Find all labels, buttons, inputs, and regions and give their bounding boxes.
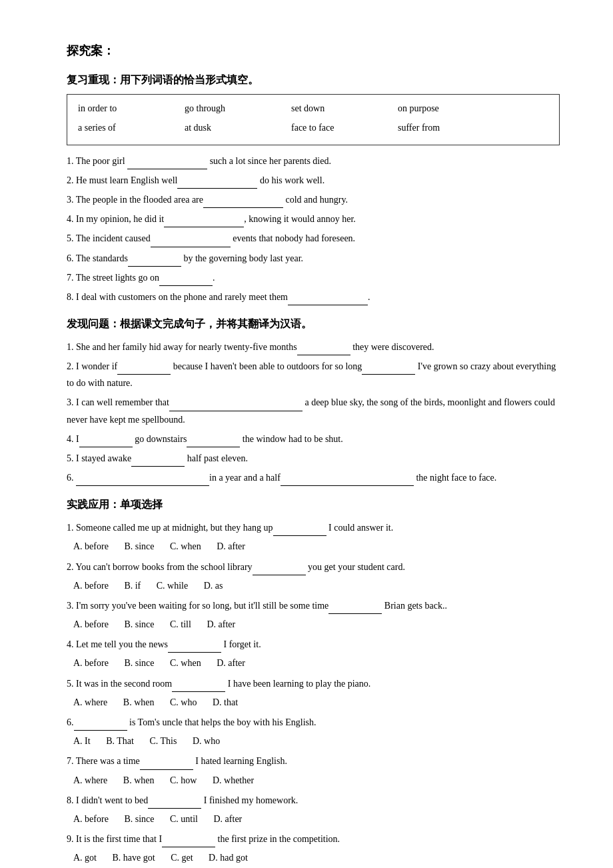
comp-q6: 6. in a year and a half the night face t… bbox=[67, 469, 560, 486]
mc-q9-b: B. have got bbox=[113, 849, 155, 866]
word-6: at dusk bbox=[185, 119, 265, 136]
mc-q9: 9. It is the first time that I the first… bbox=[67, 830, 560, 866]
blank-m4[interactable] bbox=[168, 635, 221, 653]
comp-q4: 4. I go downstairs the window had to be … bbox=[67, 430, 560, 447]
word-box: in order to go through set down on purpo… bbox=[67, 94, 560, 145]
fill-q4: 4. In my opinion, he did it , knowing it… bbox=[67, 210, 560, 227]
mc-q5-a: A. where bbox=[73, 694, 107, 711]
mc-q6-d: D. who bbox=[193, 733, 220, 749]
blank-c5-1[interactable] bbox=[131, 449, 185, 467]
mc-q2-d: D. as bbox=[204, 577, 223, 594]
mc-q2-text: 2. You can't borrow books from the schoo… bbox=[67, 558, 560, 575]
mc-q6-options: A. It B. That C. This D. who bbox=[67, 733, 560, 749]
blank-c6-1[interactable] bbox=[76, 469, 209, 486]
blank-m2[interactable] bbox=[253, 558, 306, 575]
word-5: a series of bbox=[78, 119, 158, 136]
blank-c4-2[interactable] bbox=[187, 430, 240, 447]
mc-q3-c: C. till bbox=[170, 616, 191, 633]
word-3: set down bbox=[291, 100, 371, 117]
blank-m8[interactable] bbox=[148, 791, 201, 809]
blank-1-1[interactable] bbox=[127, 152, 207, 169]
blank-c2-1[interactable] bbox=[117, 357, 171, 375]
blank-m6[interactable] bbox=[74, 713, 127, 731]
mc-q4-text: 4. Let me tell you the news I forget it. bbox=[67, 635, 560, 653]
blank-2-1[interactable] bbox=[177, 171, 257, 189]
blank-c2-2[interactable] bbox=[362, 357, 415, 375]
mc-questions: 1. Someone called me up at midnight, but… bbox=[67, 519, 560, 866]
mc-q5-c: C. who bbox=[170, 694, 197, 711]
page-container: 探究案： 复习重现：用下列词语的恰当形式填空。 in order to go t… bbox=[67, 40, 560, 868]
blank-4-1[interactable] bbox=[164, 210, 244, 227]
mc-q6-a: A. It bbox=[73, 733, 91, 749]
mc-q1-d: D. after bbox=[217, 538, 245, 555]
blank-m1[interactable] bbox=[273, 519, 326, 536]
section3-title: 发现问题：根据课文完成句子，并将其翻译为汉语。 bbox=[67, 315, 560, 334]
blank-m3[interactable] bbox=[328, 597, 382, 614]
mc-q2-c: C. while bbox=[157, 577, 188, 594]
mc-q1-a: A. before bbox=[73, 538, 109, 555]
blank-c3-1[interactable] bbox=[169, 393, 303, 411]
mc-q2: 2. You can't borrow books from the schoo… bbox=[67, 558, 560, 594]
mc-q3: 3. I'm sorry you've been waiting for so … bbox=[67, 597, 560, 633]
mc-q8-a: A. before bbox=[73, 811, 109, 827]
mc-q7-text: 7. There was a time I hated learning Eng… bbox=[67, 752, 560, 769]
mc-q1: 1. Someone called me up at midnight, but… bbox=[67, 519, 560, 555]
mc-q4-a: A. before bbox=[73, 655, 109, 671]
mc-q8-c: C. until bbox=[170, 811, 198, 827]
mc-q6-b: B. That bbox=[106, 733, 134, 749]
mc-q5-d: D. that bbox=[213, 694, 238, 711]
word-row-1: in order to go through set down on purpo… bbox=[78, 100, 548, 117]
comp-q1: 1. She and her family hid away for nearl… bbox=[67, 338, 560, 355]
word-2: go through bbox=[185, 100, 265, 117]
comp-q5: 5. I stayed awake half past eleven. bbox=[67, 449, 560, 467]
mc-q4-c: C. when bbox=[170, 655, 201, 671]
mc-q8-options: A. before B. since C. until D. after bbox=[67, 811, 560, 827]
blank-m9[interactable] bbox=[162, 830, 215, 847]
mc-q8: 8. I didn't went to bed I finished my ho… bbox=[67, 791, 560, 827]
mc-q5-options: A. where B. when C. who D. that bbox=[67, 694, 560, 711]
fill-q1: 1. The poor girl such a lot since her pa… bbox=[67, 152, 560, 169]
mc-q5-text: 5. It was in the second room I have been… bbox=[67, 675, 560, 692]
blank-c4-1[interactable] bbox=[79, 430, 133, 447]
mc-q9-options: A. got B. have got C. get D. had got bbox=[67, 849, 560, 866]
fill-q6: 6. The standards by the governing body l… bbox=[67, 249, 560, 267]
blank-7-1[interactable] bbox=[159, 269, 213, 286]
blank-m7[interactable] bbox=[140, 752, 193, 769]
blank-8-1[interactable] bbox=[288, 288, 368, 305]
fill-q7: 7. The street lights go on . bbox=[67, 269, 560, 286]
fill-questions: 1. The poor girl such a lot since her pa… bbox=[67, 152, 560, 306]
section2-title: 复习重现：用下列词语的恰当形式填空。 bbox=[67, 71, 560, 90]
section4-title: 实践应用：单项选择 bbox=[67, 495, 560, 515]
section1-title: 探究案： bbox=[67, 40, 560, 61]
word-8: suffer from bbox=[398, 119, 478, 136]
mc-q8-text: 8. I didn't went to bed I finished my ho… bbox=[67, 791, 560, 809]
blank-5-1[interactable] bbox=[151, 229, 231, 247]
fill-q2: 2. He must learn English well do his wor… bbox=[67, 171, 560, 189]
fill-q5: 5. The incident caused events that nobod… bbox=[67, 229, 560, 247]
blank-3-1[interactable] bbox=[203, 191, 283, 208]
mc-q3-a: A. before bbox=[73, 616, 109, 633]
blank-6-1[interactable] bbox=[128, 249, 181, 267]
mc-q9-text: 9. It is the first time that I the first… bbox=[67, 830, 560, 847]
comp-q3: 3. I can well remember that a deep blue … bbox=[67, 393, 560, 427]
mc-q7-options: A. where B. when C. how D. whether bbox=[67, 772, 560, 789]
mc-q3-d: D. after bbox=[207, 616, 235, 633]
fill-q3: 3. The people in the flooded area are co… bbox=[67, 191, 560, 208]
mc-q9-c: C. get bbox=[171, 849, 193, 866]
mc-q1-text: 1. Someone called me up at midnight, but… bbox=[67, 519, 560, 536]
blank-m5[interactable] bbox=[172, 675, 225, 692]
mc-q1-c: C. when bbox=[170, 538, 201, 555]
mc-q8-b: B. since bbox=[124, 811, 154, 827]
mc-q3-b: B. since bbox=[124, 616, 154, 633]
mc-q7-b: B. when bbox=[123, 772, 155, 789]
mc-q7-a: A. where bbox=[73, 772, 107, 789]
mc-q8-d: D. after bbox=[214, 811, 243, 827]
comp-q2: 2. I wonder if because I haven't been ab… bbox=[67, 357, 560, 391]
mc-q4: 4. Let me tell you the news I forget it.… bbox=[67, 635, 560, 671]
mc-q4-d: D. after bbox=[217, 655, 245, 671]
word-7: face to face bbox=[291, 119, 371, 136]
blank-c1-1[interactable] bbox=[297, 338, 350, 355]
blank-c6-2[interactable] bbox=[281, 469, 414, 486]
mc-q6-text: 6. is Tom's uncle that helps the boy wit… bbox=[67, 713, 560, 731]
mc-q9-d: D. had got bbox=[209, 849, 248, 866]
